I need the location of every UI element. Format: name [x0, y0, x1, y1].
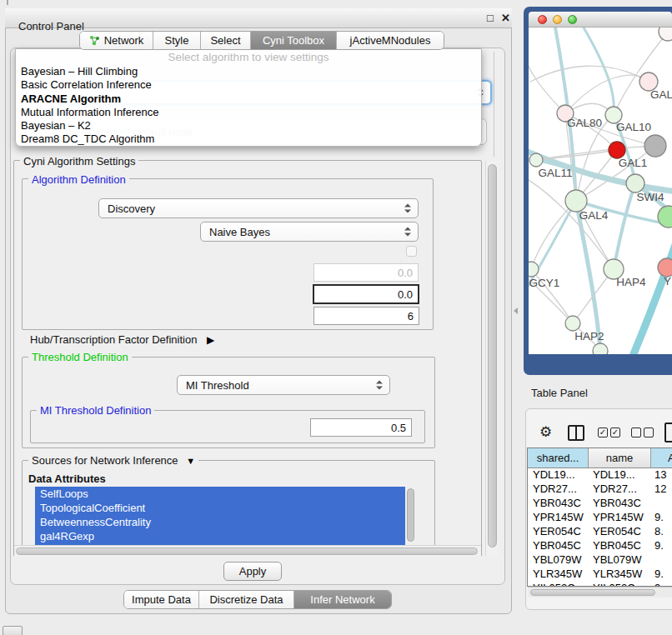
- network-node[interactable]: [529, 262, 539, 277]
- data-attributes-label: Data Attributes: [28, 472, 106, 485]
- network-node[interactable]: [609, 142, 625, 158]
- column-header-name[interactable]: name: [589, 448, 651, 468]
- zoom-traffic-light-icon[interactable]: [568, 15, 577, 24]
- network-node[interactable]: [626, 174, 644, 192]
- network-node[interactable]: [593, 343, 608, 354]
- aracne-mode-value: Discovery: [108, 202, 155, 215]
- split-columns-icon[interactable]: [568, 425, 584, 441]
- algorithm-option[interactable]: Basic Correlation Inference: [19, 78, 479, 92]
- network-graph[interactable]: GALGAL80GAL10GAL1GAL11SWI4GAL4GCY1HAP4YH…: [529, 28, 672, 354]
- apply-button[interactable]: Apply: [223, 562, 282, 581]
- close-traffic-light-icon[interactable]: [538, 15, 547, 24]
- float-window-icon[interactable]: □: [487, 12, 494, 24]
- table-horizontal-scrollbar[interactable]: [528, 587, 672, 598]
- aracne-mode-combobox[interactable]: Discovery: [98, 198, 419, 218]
- tab-network[interactable]: Network: [80, 32, 153, 49]
- hub-definition-toggle[interactable]: Hub/Transcription Factor Definition ▶: [30, 333, 214, 346]
- network-window-titlebar[interactable]: [529, 12, 672, 28]
- network-node[interactable]: [565, 316, 580, 331]
- table-rows: YDL19...YDL19...13YDR27...YDR27...12YBR0…: [528, 468, 672, 587]
- which-threshold-combobox[interactable]: MI Threshold: [177, 375, 390, 395]
- combo-arrows-icon: [376, 380, 383, 391]
- algorithm-option[interactable]: Bayesian – Hill Climbing: [19, 65, 479, 78]
- network-node[interactable]: [659, 28, 672, 41]
- attributes-scrollbar-thumb[interactable]: [407, 488, 414, 542]
- algorithm-option[interactable]: Dream8 DC_TDC Algorithm: [19, 132, 479, 146]
- network-edge[interactable]: [614, 32, 668, 115]
- mi-threshold-field[interactable]: 0.5: [310, 418, 412, 437]
- table-row[interactable]: YDR27...YDR27...12: [528, 482, 672, 497]
- column-header-shared-name[interactable]: shared...: [528, 448, 589, 468]
- mi-algorithm-type-combobox[interactable]: Naive Bayes: [200, 222, 419, 242]
- cyni-algorithm-settings-label: Cyni Algorithm Settings: [20, 155, 138, 168]
- network-node[interactable]: [644, 135, 666, 157]
- table-cell: 12: [654, 482, 666, 495]
- network-edge[interactable]: [529, 177, 614, 269]
- network-node[interactable]: [658, 206, 672, 228]
- settings-horizontal-scrollbar-thumb[interactable]: [16, 548, 478, 555]
- mi-steps-field[interactable]: 6: [313, 307, 419, 325]
- network-node[interactable]: [658, 258, 672, 277]
- manual-kernel-width-checkbox[interactable]: [406, 246, 417, 257]
- node-label: SWI4: [636, 191, 664, 203]
- algorithm-option[interactable]: Mutual Information Inference: [19, 106, 479, 119]
- table-horizontal-scrollbar-thumb[interactable]: [530, 589, 655, 596]
- network-edge[interactable]: [565, 75, 649, 113]
- corner-button[interactable]: [3, 626, 23, 635]
- table-row[interactable]: YER054CYER054C8.: [528, 525, 672, 539]
- control-panel-titlebar[interactable]: Control Panel: [5, 8, 512, 28]
- column-header-third[interactable]: A: [651, 448, 672, 468]
- table-row[interactable]: YLR345WYLR345W9.: [528, 568, 672, 582]
- algorithm-option[interactable]: ARACNE Algorithm: [19, 92, 479, 106]
- table-cell: YBR045C: [593, 539, 641, 552]
- tab-infer-network-label: Infer Network: [310, 593, 374, 606]
- network-edge[interactable]: [530, 66, 649, 82]
- table-row[interactable]: YDL19...YDL19...13: [528, 468, 672, 482]
- which-threshold-value: MI Threshold: [186, 379, 249, 392]
- table-row[interactable]: YBL079WYBL079W: [528, 553, 672, 568]
- sources-label: Sources for Network Inference: [32, 454, 178, 467]
- gear-icon[interactable]: ⚙: [539, 423, 552, 440]
- data-attributes-list[interactable]: SelfLoopsTopologicalCoefficientBetweenne…: [35, 487, 405, 545]
- table-cell: YDR27...: [533, 482, 577, 495]
- tab-impute-data[interactable]: Impute Data: [124, 591, 199, 608]
- table-row[interactable]: YBR045CYBR045C9.: [528, 539, 672, 553]
- tab-jactivemnodules[interactable]: jActiveMNodules: [337, 32, 444, 49]
- data-attribute-item[interactable]: SelfLoops: [35, 487, 405, 501]
- close-window-icon[interactable]: ✕: [501, 12, 510, 24]
- network-edge[interactable]: [631, 240, 672, 354]
- table-cell: YER054C: [533, 525, 581, 538]
- tab-discretize-data[interactable]: Discretize Data: [199, 591, 294, 608]
- splitter-collapse-icon[interactable]: [514, 308, 518, 314]
- tab-style[interactable]: Style: [153, 32, 201, 49]
- unchecked-checkbox-icon[interactable]: [631, 428, 641, 438]
- dpi-tolerance-field[interactable]: 0.0: [313, 284, 419, 304]
- kernel-width-field[interactable]: 0.0: [313, 263, 419, 282]
- node-label: GAL4: [579, 209, 609, 222]
- unchecked-checkbox-icon[interactable]: [644, 428, 654, 438]
- node-label: Y: [664, 275, 671, 288]
- network-edge[interactable]: [584, 28, 614, 115]
- network-node[interactable]: [529, 153, 543, 167]
- network-edge[interactable]: [614, 183, 635, 269]
- table-cell: 9.: [654, 511, 664, 523]
- tab-infer-network[interactable]: Infer Network: [294, 591, 391, 608]
- settings-horizontal-scrollbar[interactable]: [14, 545, 481, 557]
- checked-checkbox-icon[interactable]: ✓: [598, 428, 608, 438]
- table-row[interactable]: YBR043CYBR043C: [528, 497, 672, 511]
- checked-checkbox-icon[interactable]: ✓: [610, 428, 620, 438]
- tab-cyni-toolbox[interactable]: Cyni Toolbox: [251, 32, 337, 49]
- algorithm-option[interactable]: Bayesian – K2: [19, 119, 479, 132]
- sources-toggle[interactable]: Sources for Network Inference ▼: [28, 454, 198, 467]
- settings-vertical-scrollbar[interactable]: [485, 161, 499, 556]
- tab-discretize-data-label: Discretize Data: [209, 593, 283, 606]
- table-row[interactable]: YPR145WYPR145W9.: [528, 511, 672, 525]
- document-icon[interactable]: [664, 422, 672, 442]
- data-attribute-item[interactable]: TopologicalCoefficient: [35, 501, 405, 515]
- table-cell: YLR345W: [533, 568, 582, 580]
- settings-vertical-scrollbar-thumb[interactable]: [488, 164, 497, 548]
- minimize-traffic-light-icon[interactable]: [553, 15, 562, 24]
- data-attribute-item[interactable]: BetweennessCentrality: [35, 515, 405, 529]
- tab-select[interactable]: Select: [201, 32, 251, 49]
- data-attribute-item[interactable]: gal4RGexp: [35, 529, 405, 543]
